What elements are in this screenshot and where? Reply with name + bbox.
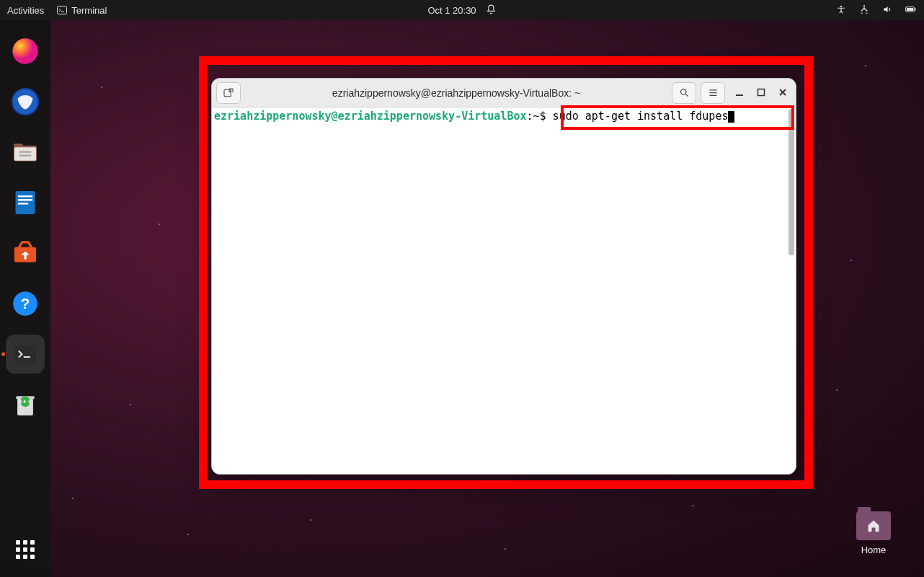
prompt-user: ezriahzippernowsky@ezriahzippernowsky-Vi… xyxy=(214,110,526,123)
svg-rect-6 xyxy=(907,8,913,11)
accessibility-icon[interactable] xyxy=(836,4,846,17)
notification-icon[interactable] xyxy=(487,4,497,17)
svg-rect-13 xyxy=(14,147,36,160)
svg-rect-24 xyxy=(24,356,30,358)
search-icon xyxy=(679,87,690,98)
activities-button[interactable]: Activities xyxy=(7,5,44,16)
dock-help[interactable]: ? xyxy=(6,284,45,323)
app-menu[interactable]: Terminal xyxy=(57,5,107,16)
terminal-cursor xyxy=(728,111,734,123)
desktop-home-folder[interactable]: Home xyxy=(852,511,895,555)
hamburger-menu-button[interactable] xyxy=(701,82,725,104)
svg-rect-15 xyxy=(19,154,32,157)
svg-rect-23 xyxy=(15,345,36,363)
prompt-path: ~$ xyxy=(533,110,546,123)
svg-point-4 xyxy=(866,9,868,11)
dock-software[interactable] xyxy=(6,234,45,273)
show-applications-button[interactable] xyxy=(11,535,40,564)
prompt-sep: : xyxy=(526,110,533,123)
close-icon xyxy=(778,88,787,97)
close-button[interactable] xyxy=(777,87,788,99)
svg-text:?: ? xyxy=(21,295,30,312)
svg-rect-12 xyxy=(14,144,23,148)
svg-rect-17 xyxy=(18,195,32,198)
window-title: ezriahzippernowsky@ezriahzippernowsky-Vi… xyxy=(245,87,667,99)
new-tab-icon xyxy=(223,87,234,99)
svg-rect-19 xyxy=(18,203,28,205)
volume-icon[interactable] xyxy=(882,4,892,17)
desktop-home-label: Home xyxy=(852,545,895,555)
svg-rect-18 xyxy=(18,199,32,201)
maximize-button[interactable] xyxy=(755,87,767,99)
svg-rect-30 xyxy=(758,89,765,96)
terminal-scrollbar[interactable] xyxy=(788,109,794,255)
hamburger-icon xyxy=(708,87,719,98)
svg-rect-29 xyxy=(736,94,743,96)
svg-point-3 xyxy=(861,9,863,11)
command-text: sudo apt-get install fdupes xyxy=(546,110,729,123)
clock[interactable]: Oct 1 20:30 xyxy=(427,5,476,16)
battery-icon[interactable] xyxy=(905,4,917,17)
window-titlebar[interactable]: ezriahzippernowsky@ezriahzippernowsky-Vi… xyxy=(212,79,796,107)
dock-trash[interactable] xyxy=(6,385,45,424)
running-indicator xyxy=(1,353,5,356)
terminal-small-icon xyxy=(57,5,67,15)
svg-point-28 xyxy=(680,89,686,95)
dock-terminal[interactable] xyxy=(6,335,45,374)
dock-writer[interactable] xyxy=(6,183,45,222)
network-icon[interactable] xyxy=(859,4,869,17)
new-tab-button[interactable] xyxy=(216,82,241,104)
terminal-body[interactable]: ezriahzippernowsky@ezriahzippernowsky-Vi… xyxy=(212,107,796,474)
dock: ? xyxy=(0,20,50,577)
folder-icon xyxy=(856,511,891,540)
terminal-window: ezriahzippernowsky@ezriahzippernowsky-Vi… xyxy=(211,78,796,475)
svg-rect-0 xyxy=(58,6,67,14)
maximize-icon xyxy=(757,88,765,97)
dock-firefox[interactable] xyxy=(6,32,45,71)
dock-files[interactable] xyxy=(6,133,45,172)
minimize-icon xyxy=(735,88,744,97)
minimize-button[interactable] xyxy=(734,87,745,99)
svg-point-1 xyxy=(840,5,842,6)
app-menu-label: Terminal xyxy=(71,5,107,16)
dock-thunderbird[interactable] xyxy=(6,82,45,121)
search-button[interactable] xyxy=(672,82,696,104)
svg-rect-14 xyxy=(19,151,32,153)
svg-rect-7 xyxy=(915,8,915,10)
top-bar: Activities Terminal Oct 1 20:30 xyxy=(0,0,924,20)
svg-point-2 xyxy=(863,4,865,6)
